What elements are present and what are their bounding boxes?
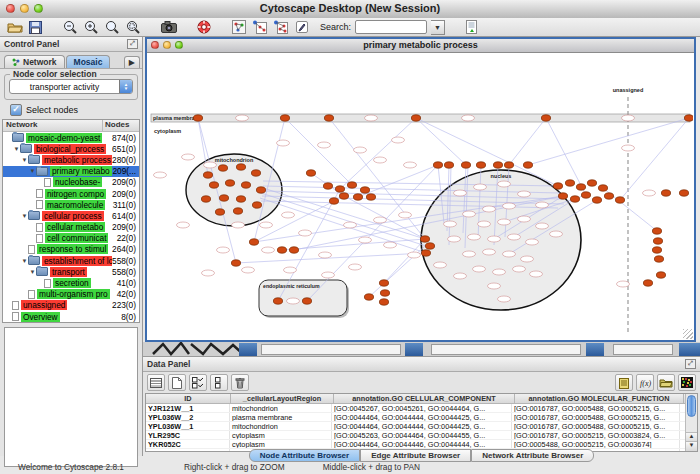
node-label-oval[interactable] bbox=[444, 221, 457, 227]
network-node[interactable] bbox=[411, 115, 420, 121]
node-label-oval[interactable] bbox=[643, 190, 656, 196]
table-row[interactable]: YPL036W__1mitochondrion[GO:0044464, GO:0… bbox=[146, 422, 697, 431]
table-row[interactable]: YLR295Ccytoplasm[GO:0045263, GO:0044464,… bbox=[146, 431, 697, 440]
tree-row[interactable]: unassigned223(0) bbox=[3, 300, 139, 311]
select-attributes-icon[interactable] bbox=[189, 374, 207, 391]
node-label-oval[interactable] bbox=[454, 273, 467, 279]
tree-row[interactable]: nitrogen compo209(0) bbox=[3, 188, 139, 199]
tree-col-nodes[interactable]: Nodes bbox=[103, 120, 139, 131]
node-label-oval[interactable] bbox=[503, 251, 516, 257]
create-attribute-icon[interactable] bbox=[168, 374, 186, 391]
select-nodes-checkbox[interactable]: ✓ bbox=[10, 104, 22, 116]
node-label-oval[interactable] bbox=[434, 262, 447, 268]
network-node[interactable] bbox=[421, 250, 430, 256]
network-node[interactable] bbox=[231, 260, 240, 266]
zoom-selected-icon[interactable] bbox=[125, 20, 142, 35]
node-label-oval[interactable] bbox=[550, 231, 563, 237]
tree-row[interactable]: nucleobase-209(0) bbox=[3, 177, 139, 188]
network-node[interactable] bbox=[366, 194, 375, 200]
network-node[interactable] bbox=[236, 164, 245, 170]
expand-arrow-icon[interactable]: ▼ bbox=[29, 168, 36, 174]
network-node[interactable] bbox=[425, 243, 434, 249]
network-node[interactable] bbox=[353, 194, 362, 200]
node-label-oval[interactable] bbox=[488, 236, 501, 242]
network-node[interactable] bbox=[653, 238, 662, 244]
network-node[interactable] bbox=[236, 196, 245, 202]
node-label-oval[interactable] bbox=[319, 252, 332, 258]
save-icon[interactable] bbox=[27, 20, 44, 35]
snapshot-icon[interactable] bbox=[160, 20, 177, 35]
node-label-oval[interactable] bbox=[318, 142, 331, 148]
float-panel-icon[interactable]: ⤢ bbox=[685, 359, 696, 369]
tree-row[interactable]: ▼metabolic process280(0) bbox=[3, 154, 139, 165]
network-node[interactable] bbox=[209, 182, 218, 188]
network-node[interactable] bbox=[684, 115, 693, 121]
network-node[interactable] bbox=[523, 162, 532, 168]
node-label-oval[interactable] bbox=[322, 272, 335, 278]
network-node[interactable] bbox=[570, 196, 579, 202]
heatmap-icon[interactable] bbox=[678, 374, 696, 391]
network-node[interactable] bbox=[592, 197, 601, 203]
resize-grip[interactable] bbox=[683, 329, 693, 339]
more-tabs-arrow[interactable]: ▶ bbox=[124, 56, 140, 68]
network-node[interactable] bbox=[280, 115, 289, 121]
expand-arrow-icon[interactable]: ▼ bbox=[21, 258, 28, 264]
node-label-oval[interactable] bbox=[468, 234, 481, 240]
expand-arrow-icon[interactable]: ▼ bbox=[13, 146, 20, 152]
node-label-oval[interactable] bbox=[474, 184, 487, 190]
col-molecular-function[interactable]: annotation.GO MOLECULAR_FUNCTION bbox=[515, 394, 684, 403]
network-node[interactable] bbox=[679, 190, 688, 196]
import-network-icon[interactable] bbox=[463, 20, 480, 35]
node-label-oval[interactable] bbox=[536, 223, 549, 229]
network-node[interactable] bbox=[652, 228, 661, 234]
network-node[interactable] bbox=[643, 280, 652, 286]
network-node[interactable] bbox=[656, 272, 665, 278]
node-label-oval[interactable] bbox=[284, 267, 297, 273]
node-label-oval[interactable] bbox=[359, 237, 372, 243]
node-label-oval[interactable] bbox=[392, 137, 405, 143]
node-label-oval[interactable] bbox=[526, 239, 539, 245]
tree-row[interactable]: cell communicat22(0) bbox=[3, 233, 139, 244]
network-node[interactable] bbox=[256, 187, 265, 193]
network-node[interactable] bbox=[558, 193, 567, 199]
zoom-out-icon[interactable] bbox=[62, 20, 79, 35]
tree-col-network[interactable]: Network bbox=[3, 120, 103, 131]
tab-mosaic[interactable]: Mosaic bbox=[66, 55, 111, 68]
network-edge[interactable] bbox=[261, 193, 426, 246]
overview-network-icon[interactable] bbox=[230, 20, 247, 35]
network-node[interactable] bbox=[654, 256, 663, 262]
help-ring-icon[interactable] bbox=[195, 20, 212, 35]
birdseye-view-panel[interactable] bbox=[4, 327, 138, 467]
node-label-oval[interactable] bbox=[454, 190, 467, 196]
annotation-icon[interactable] bbox=[293, 20, 310, 35]
network-node[interactable] bbox=[444, 162, 453, 168]
node-label-oval[interactable] bbox=[463, 251, 476, 257]
attribute-editor-icon[interactable] bbox=[147, 374, 165, 391]
node-label-oval[interactable] bbox=[384, 242, 397, 248]
tree-row[interactable]: multi-organism pro42(0) bbox=[3, 289, 139, 300]
network-edge[interactable] bbox=[285, 118, 352, 185]
network-node[interactable] bbox=[461, 162, 470, 168]
zoom-fit-icon[interactable] bbox=[104, 20, 121, 35]
network-node[interactable] bbox=[329, 198, 338, 204]
tree-row[interactable]: ▼establishment of lo558(0) bbox=[3, 255, 139, 266]
node-label-oval[interactable] bbox=[154, 172, 167, 178]
zoom-in-icon[interactable] bbox=[83, 20, 100, 35]
tab-network[interactable]: Network bbox=[4, 55, 65, 68]
network-canvas[interactable]: plasma membranecytoplasmmitochondrionnuc… bbox=[148, 53, 693, 343]
network-edge[interactable] bbox=[509, 118, 546, 165]
network-node[interactable] bbox=[581, 192, 590, 198]
select-nodes-option[interactable]: ✓ Select nodes bbox=[10, 104, 142, 116]
network-node[interactable] bbox=[289, 247, 298, 253]
node-label-oval[interactable] bbox=[299, 230, 312, 236]
col-region[interactable]: _cellularLayoutRegion bbox=[231, 394, 334, 403]
network-node[interactable] bbox=[201, 196, 210, 202]
node-label-oval[interactable] bbox=[232, 222, 245, 228]
node-label-oval[interactable] bbox=[530, 271, 543, 277]
network-node[interactable] bbox=[598, 185, 607, 191]
node-label-oval[interactable] bbox=[217, 247, 230, 253]
network-edge[interactable] bbox=[620, 118, 689, 200]
node-label-oval[interactable] bbox=[236, 115, 249, 121]
node-label-oval[interactable] bbox=[498, 296, 511, 302]
search-dropdown-icon[interactable]: ▼ bbox=[431, 20, 445, 35]
